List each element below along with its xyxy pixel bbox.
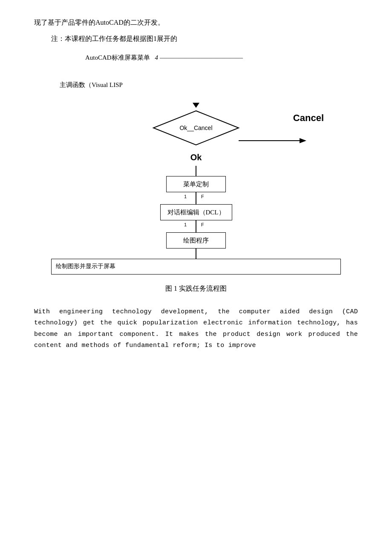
box2: 对话框编辑（DCL） — [160, 204, 232, 220]
branch1: 1 F — [51, 192, 341, 204]
wide-box-wrapper: 绘制图形并显示于屏幕 — [51, 259, 341, 274]
cancel-arrow-svg — [51, 121, 341, 147]
flowchart: Cancel Ok__Cancel Ok — [51, 103, 341, 274]
branch1-labelf: F — [201, 193, 204, 201]
autocad-label: AutoCAD标准屏幕菜单 4 ————————————— — [85, 52, 358, 63]
branch1-label1: 1 — [184, 193, 187, 201]
box1: 菜单定制 — [166, 176, 226, 192]
autocad-num: 4 — [155, 52, 158, 63]
ok-label: Ok — [51, 150, 341, 164]
fig-caption: 图 1 实践任务流程图 — [34, 283, 358, 294]
wide-box: 绘制图形并显示于屏幕 — [51, 259, 341, 274]
vline1 — [51, 166, 341, 176]
loop-arrow — [51, 103, 341, 108]
branch2-labelf: F — [201, 221, 204, 229]
top-text: 现了基于产品零件的AutoCAD的二次开发。 — [34, 17, 358, 28]
vline2 — [51, 249, 341, 259]
autocad-dashes: ————————————— — [160, 52, 243, 63]
eng-paragraph: With engineering technology development,… — [34, 306, 358, 351]
note-text: 注：本课程的工作任务都是根据图1展开的 — [51, 33, 358, 44]
branch2-label1: 1 — [184, 221, 187, 229]
box3: 绘图程序 — [166, 232, 226, 249]
main-func-label: 主调函数（Visual LISP — [60, 80, 358, 90]
branch2: 1 F — [51, 220, 341, 232]
box1-wrapper: 菜单定制 — [51, 176, 341, 192]
box3-wrapper: 绘图程序 — [51, 232, 341, 249]
box2-wrapper: 对话框编辑（DCL） — [51, 204, 341, 220]
